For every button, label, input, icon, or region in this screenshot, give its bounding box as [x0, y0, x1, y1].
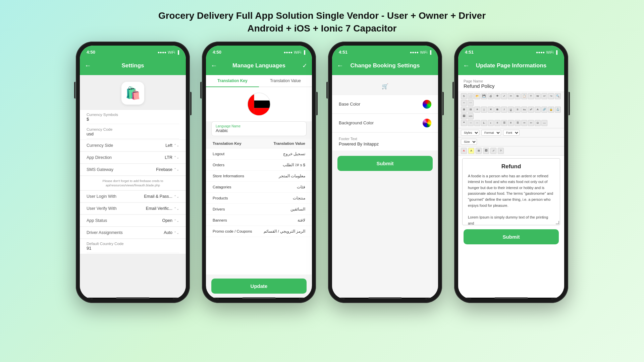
tb-copy[interactable]: ⧉ — [515, 93, 521, 99]
tb-del-row[interactable]: ✕ — [488, 107, 494, 113]
tb-sup[interactable]: x² — [528, 107, 534, 113]
tb-hr[interactable]: — — [541, 120, 547, 126]
home-bar-1 — [80, 298, 186, 299]
base-color-item[interactable]: Base Color — [332, 95, 438, 114]
back-button-4[interactable]: ← — [463, 62, 470, 69]
booking-title: Change Booking Settings — [351, 62, 420, 69]
font-select[interactable]: Font — [503, 130, 520, 136]
color-toolbar-row: A A ⊞ 🖼 ⤢ ? — [458, 146, 564, 156]
user-verify-item[interactable]: User Verify With Email Verific... ⌃⌄ — [80, 203, 186, 215]
tb-underline[interactable]: U — [508, 107, 514, 113]
tb-font-color[interactable]: A — [461, 148, 467, 154]
tr-val-drivers: السائقين — [259, 207, 305, 212]
tb-redo[interactable]: ↪ — [548, 93, 554, 99]
tb-table[interactable]: ⊞ — [461, 107, 467, 113]
tb-align-l[interactable]: ≡ — [494, 120, 500, 126]
editor-body-2[interactable]: Lorem Ipsum is simply dummy text of the … — [468, 215, 554, 225]
tb-bg-color[interactable]: A — [468, 148, 474, 154]
tb-row[interactable]: ≡ — [474, 107, 480, 113]
chevron-icon-3: ⌃⌄ — [174, 168, 179, 171]
background-color-item[interactable]: Background Color — [332, 114, 438, 132]
tb-more[interactable]: ⋯ — [468, 100, 474, 106]
sms-gateway-label: SMS Gateway — [87, 167, 113, 172]
tb-link[interactable]: 🔗 — [541, 107, 547, 113]
phones-row: 4:50 ●●●● WiFi ▐ ← Settings 🛍️ Currency … — [76, 42, 568, 303]
tb-paste-word[interactable]: W — [535, 93, 541, 99]
tab-translation-value[interactable]: Translation Value — [259, 75, 312, 87]
tb-replace[interactable]: ↔ — [461, 100, 467, 106]
tb-ol[interactable]: 1. — [481, 120, 487, 126]
tb-bold[interactable]: B — [494, 107, 500, 113]
editor-body-1[interactable]: A foodie is a person who has an ardent o… — [468, 173, 554, 209]
language-name-field[interactable]: Language Name Arabic — [211, 121, 307, 136]
tb-cut[interactable]: ✂ — [508, 93, 514, 99]
tb-image[interactable]: 🖼 — [461, 113, 467, 119]
tb-anchor[interactable]: ⚓ — [555, 107, 561, 113]
back-button-2[interactable]: ← — [211, 62, 217, 69]
back-button[interactable]: ← — [85, 62, 91, 69]
lang-row-categories: Catagories فئات — [206, 182, 312, 193]
tb-justify[interactable]: ☰ — [515, 120, 521, 126]
uae-flag — [247, 93, 271, 116]
tb-outdent[interactable]: ← — [474, 120, 480, 126]
tb-img-2[interactable]: 🖼 — [483, 148, 489, 154]
format-select[interactable]: Format — [481, 130, 501, 136]
currency-side-item[interactable]: Currency Side Left ⌃⌄ — [80, 140, 186, 152]
status-time-2: 4:50 — [213, 50, 221, 55]
tb-special[interactable]: Ω — [535, 120, 541, 126]
background-color-circle[interactable] — [423, 119, 431, 127]
tb-col[interactable]: | — [481, 107, 487, 113]
booking-submit-button[interactable]: Submit — [337, 156, 433, 171]
tab-translation-key[interactable]: Translation Key — [206, 75, 259, 87]
tb-source[interactable]: S — [461, 93, 467, 99]
tb-undo[interactable]: ↩ — [541, 93, 547, 99]
tb-ul[interactable]: • — [488, 120, 494, 126]
tb-new[interactable]: ⬜ — [468, 93, 474, 99]
check-button[interactable]: ✓ — [302, 62, 307, 69]
update-button[interactable]: Update — [211, 279, 307, 294]
update-page-header: ← Update Page Informations — [458, 58, 564, 75]
sms-gateway-item[interactable]: SMS Gateway Firebase ⌃⌄ — [80, 164, 186, 176]
tb-merge[interactable]: ⊟ — [468, 107, 474, 113]
tb-blockquote[interactable]: ❝ — [461, 120, 467, 126]
status-bar-1: 4:50 ●●●● WiFi ▐ — [80, 46, 186, 58]
tb-print[interactable]: 🖨 — [488, 93, 494, 99]
styles-select[interactable]: Styles — [461, 130, 479, 136]
base-color-circle[interactable] — [423, 100, 431, 109]
tb-indent[interactable]: → — [468, 120, 474, 126]
page-submit-button[interactable]: Submit — [464, 229, 559, 244]
lang-row-promo: Promo code / Coupons الرمز الترويجي / ال… — [206, 226, 312, 237]
tb-maximize[interactable]: ⤢ — [490, 148, 496, 154]
default-country-value: 91 — [87, 246, 179, 253]
tb-ltr[interactable]: ⇨ — [521, 120, 527, 126]
settings-title: Settings — [121, 62, 144, 69]
tb-preview[interactable]: 👁 — [494, 93, 500, 99]
tb-embed[interactable]: </> — [468, 113, 474, 119]
user-login-item[interactable]: User Login With Email & Pass... ⌃⌄ — [80, 191, 186, 202]
tb-strike[interactable]: S — [515, 107, 521, 113]
tb-help[interactable]: ? — [498, 148, 504, 154]
tb-paste[interactable]: 📋 — [521, 93, 527, 99]
tb-paste-text[interactable]: T — [528, 93, 534, 99]
back-button-3[interactable]: ← — [337, 62, 343, 69]
tb-sub[interactable]: x₂ — [521, 107, 527, 113]
tb-table-2[interactable]: ⊞ — [476, 148, 482, 154]
tb-open[interactable]: 📂 — [474, 93, 480, 99]
tb-spellcheck[interactable]: ✓ — [501, 93, 507, 99]
tb-save[interactable]: 💾 — [481, 93, 487, 99]
tr-val-banners: لافتة — [259, 218, 305, 223]
app-direction-item[interactable]: App Direction LTR ⌃⌄ — [80, 152, 186, 164]
tb-unlink[interactable]: 🔓 — [548, 107, 554, 113]
resize-handle[interactable] — [556, 221, 559, 224]
driver-assignments-item[interactable]: Driver Assignments Auto ⌃⌄ — [80, 227, 186, 239]
driver-assignments-label: Driver Assignments — [87, 230, 123, 235]
tb-rtl[interactable]: ⇦ — [528, 120, 534, 126]
tb-align-c[interactable]: ☰ — [501, 120, 507, 126]
tb-italic[interactable]: I — [501, 107, 507, 113]
tb-find[interactable]: 🔍 — [555, 93, 561, 99]
tb-align-r[interactable]: ≡ — [508, 120, 514, 126]
size-select[interactable]: Size — [461, 139, 477, 145]
app-status-value: Open ⌃⌄ — [162, 218, 179, 223]
tb-removeformat[interactable]: A — [535, 107, 541, 113]
app-status-item[interactable]: App Status Open ⌃⌄ — [80, 215, 186, 227]
